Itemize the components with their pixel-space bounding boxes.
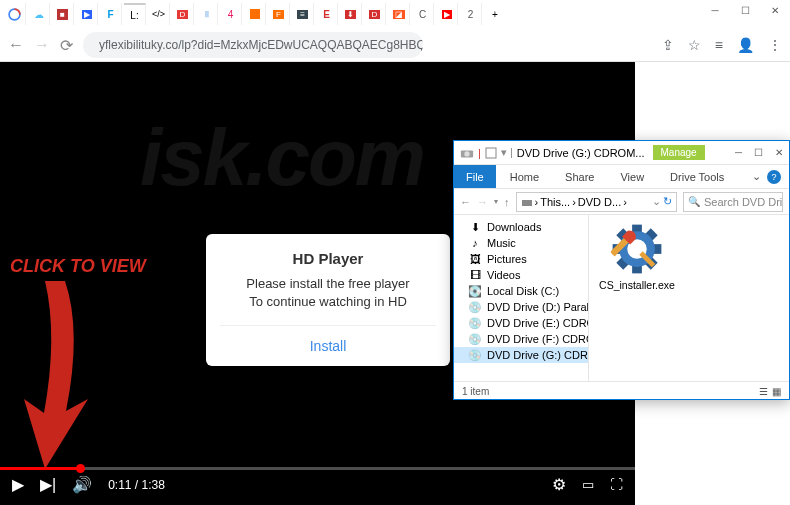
tree-videos[interactable]: 🎞Videos bbox=[454, 267, 588, 283]
dvd-icon: 💿 bbox=[468, 317, 482, 329]
tab-20[interactable]: 2 bbox=[460, 3, 482, 25]
manage-tab[interactable]: Manage bbox=[653, 145, 705, 160]
videos-icon: 🎞 bbox=[468, 269, 482, 281]
url-text: yflexibilituky.co/lp?did=MzkxMjcEDwUCAQQ… bbox=[99, 38, 423, 52]
search-icon: 🔍 bbox=[688, 196, 700, 207]
tab-8[interactable]: D bbox=[172, 3, 194, 25]
gear-wrench-icon bbox=[611, 223, 663, 275]
dvd-icon: 💿 bbox=[468, 333, 482, 345]
reload-button[interactable]: ⟳ bbox=[60, 36, 73, 55]
tab-3[interactable]: ■ bbox=[52, 3, 74, 25]
nav-forward[interactable]: → bbox=[477, 196, 488, 208]
tab-13[interactable]: ≡ bbox=[292, 3, 314, 25]
tab-cloud[interactable]: ☁ bbox=[28, 3, 50, 25]
tab-16[interactable]: D bbox=[364, 3, 386, 25]
tab-18[interactable]: C bbox=[412, 3, 434, 25]
share-tab[interactable]: Share bbox=[553, 171, 606, 183]
file-item[interactable]: CS_installer.exe bbox=[597, 223, 677, 291]
tree-downloads[interactable]: ⬇Downloads bbox=[454, 219, 588, 235]
tree-music[interactable]: ♪Music bbox=[454, 235, 588, 251]
volume-button[interactable]: 🔊 bbox=[72, 475, 92, 494]
breadcrumb[interactable]: › This... › DVD D... › ⌄ ↻ bbox=[516, 192, 678, 212]
drive-tools-tab[interactable]: Drive Tools bbox=[658, 171, 736, 183]
next-button[interactable]: ▶| bbox=[40, 475, 56, 494]
fullscreen-icon[interactable]: ⛶ bbox=[610, 477, 623, 492]
explorer-close[interactable]: ✕ bbox=[775, 147, 783, 158]
tab-12[interactable]: F bbox=[268, 3, 290, 25]
icons-view-icon[interactable]: ▦ bbox=[772, 386, 781, 397]
tab-5[interactable]: F bbox=[100, 3, 122, 25]
explorer-titlebar[interactable]: | ▾ | DVD Drive (G:) CDROM... Manage ─ ☐… bbox=[454, 141, 789, 165]
progress-bar[interactable] bbox=[0, 467, 635, 470]
maximize-button[interactable]: ☐ bbox=[730, 0, 760, 20]
click-to-view: CLICK TO VIEW bbox=[10, 257, 160, 471]
file-tab[interactable]: File bbox=[454, 165, 496, 188]
file-name: CS_installer.exe bbox=[597, 279, 677, 291]
tab-4[interactable]: ▶ bbox=[76, 3, 98, 25]
checkbox-icon[interactable] bbox=[485, 147, 497, 159]
address-bar[interactable]: yflexibilituky.co/lp?did=MzkxMjcEDwUCAQQ… bbox=[83, 32, 423, 58]
explorer-minimize[interactable]: ─ bbox=[735, 147, 742, 158]
window-controls: ─ ☐ ✕ bbox=[700, 0, 790, 20]
view-tab[interactable]: View bbox=[608, 171, 656, 183]
time-display: 0:11 / 1:38 bbox=[108, 478, 165, 492]
disk-icon: 💽 bbox=[468, 285, 482, 297]
address-bar-row: ← → ⟳ yflexibilituky.co/lp?did=MzkxMjcED… bbox=[0, 28, 790, 62]
close-button[interactable]: ✕ bbox=[760, 0, 790, 20]
tree-pictures[interactable]: 🖼Pictures bbox=[454, 251, 588, 267]
minimize-button[interactable]: ─ bbox=[700, 0, 730, 20]
tab-strip: ☁ ■ ▶ F L: </> D ⫴ 4 F ≡ E ⬇ D ◪ C ▶ 2 + bbox=[0, 0, 790, 28]
modal-line2: To continue watching in HD bbox=[220, 293, 436, 311]
install-button[interactable]: Install bbox=[220, 325, 436, 366]
tree-dvd-e[interactable]: 💿DVD Drive (E:) CDROM bbox=[454, 315, 588, 331]
dvd-icon: 💿 bbox=[468, 301, 482, 313]
tab-active[interactable]: L: bbox=[124, 3, 146, 25]
profile-icon[interactable]: 👤 bbox=[737, 37, 754, 53]
back-button[interactable]: ← bbox=[8, 36, 24, 54]
ribbon-expand-icon[interactable]: ⌄ bbox=[752, 170, 761, 183]
home-tab[interactable]: Home bbox=[498, 171, 551, 183]
search-input[interactable]: 🔍 Search DVD Dri bbox=[683, 192, 783, 212]
tree-dvd-d[interactable]: 💿DVD Drive (D:) Parallel bbox=[454, 299, 588, 315]
progress-fill bbox=[0, 467, 81, 470]
nav-tree: ⬇Downloads ♪Music 🖼Pictures 🎞Videos 💽Loc… bbox=[454, 215, 589, 381]
tab-15[interactable]: ⬇ bbox=[340, 3, 362, 25]
settings-icon[interactable]: ⚙ bbox=[552, 475, 566, 494]
menu-icon[interactable]: ⋮ bbox=[768, 37, 782, 53]
play-button[interactable]: ▶ bbox=[12, 475, 24, 494]
drive-icon bbox=[460, 146, 474, 160]
svg-point-2 bbox=[464, 151, 469, 156]
tab-11[interactable] bbox=[244, 3, 266, 25]
file-pane[interactable]: CS_installer.exe bbox=[589, 215, 789, 381]
tab-10[interactable]: 4 bbox=[220, 3, 242, 25]
arrow-down-icon bbox=[10, 281, 100, 471]
click-to-view-label: CLICK TO VIEW bbox=[10, 257, 160, 275]
tab-7[interactable]: </> bbox=[148, 3, 170, 25]
forward-button[interactable]: → bbox=[34, 36, 50, 54]
details-view-icon[interactable]: ☰ bbox=[759, 386, 768, 397]
extensions-icon[interactable]: ≡ bbox=[715, 37, 723, 53]
nav-recent[interactable]: ▾ bbox=[494, 197, 498, 206]
browser-chrome: ─ ☐ ✕ ☁ ■ ▶ F L: </> D ⫴ 4 F ≡ E ⬇ D ◪ C… bbox=[0, 0, 790, 62]
new-tab-button[interactable]: + bbox=[484, 3, 506, 25]
tree-dvd-g[interactable]: 💿DVD Drive (G:) CDROM bbox=[454, 347, 588, 363]
tab-17[interactable]: ◪ bbox=[388, 3, 410, 25]
tab-google[interactable] bbox=[4, 3, 26, 25]
star-icon[interactable]: ☆ bbox=[688, 37, 701, 53]
explorer-maximize[interactable]: ☐ bbox=[754, 147, 763, 158]
tab-19[interactable]: ▶ bbox=[436, 3, 458, 25]
tab-9[interactable]: ⫴ bbox=[196, 3, 218, 25]
svg-rect-4 bbox=[522, 200, 532, 206]
tab-14[interactable]: E bbox=[316, 3, 338, 25]
explorer-window: | ▾ | DVD Drive (G:) CDROM... Manage ─ ☐… bbox=[453, 140, 790, 400]
tree-dvd-f[interactable]: 💿DVD Drive (F:) CDROM bbox=[454, 331, 588, 347]
modal-title: HD Player bbox=[220, 250, 436, 267]
nav-up[interactable]: ↑ bbox=[504, 196, 510, 208]
theater-icon[interactable]: ▭ bbox=[582, 477, 594, 492]
tree-local-disk[interactable]: 💽Local Disk (C:) bbox=[454, 283, 588, 299]
watermark-text: isk.com bbox=[140, 112, 424, 204]
nav-back[interactable]: ← bbox=[460, 196, 471, 208]
help-icon[interactable]: ? bbox=[767, 170, 781, 184]
share-icon[interactable]: ⇪ bbox=[662, 37, 674, 53]
toolbar-icons: ⇪ ☆ ≡ 👤 ⋮ bbox=[662, 37, 782, 53]
